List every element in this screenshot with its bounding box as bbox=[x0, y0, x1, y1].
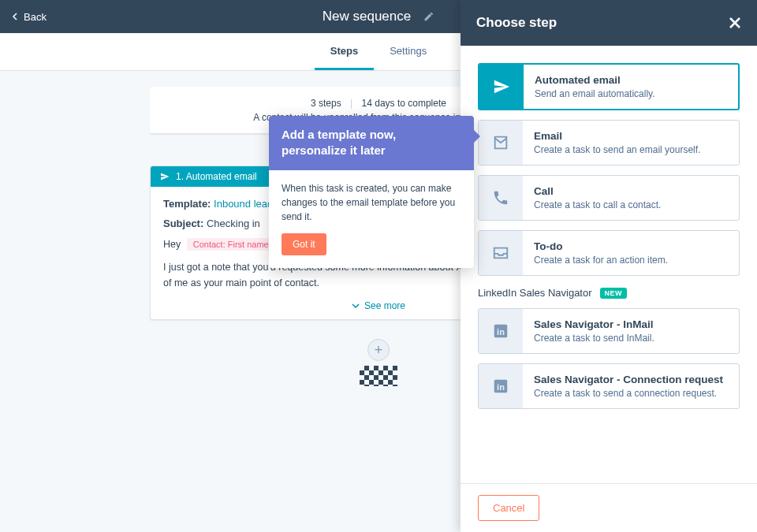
summary-line1: 3 steps | 14 days to complete bbox=[311, 98, 446, 109]
linkedin-section-label: LinkedIn Sales Navigator NEW bbox=[478, 287, 740, 299]
envelope-icon bbox=[479, 121, 523, 165]
popover-body: When this task is created, you can make … bbox=[269, 170, 474, 268]
greeting-text: Hey bbox=[163, 239, 181, 250]
panel-header: Choose step bbox=[461, 0, 757, 46]
option-email[interactable]: Email Create a task to send an email you… bbox=[478, 120, 740, 166]
summary-days: 14 days to complete bbox=[362, 98, 446, 109]
option-text: Sales Navigator - InMail Create a task t… bbox=[523, 309, 666, 353]
template-label: Template: bbox=[163, 198, 211, 210]
option-call[interactable]: Call Create a task to call a contact. bbox=[478, 175, 740, 221]
inbox-icon bbox=[479, 231, 523, 275]
new-badge: NEW bbox=[600, 288, 628, 299]
panel-footer: Cancel bbox=[461, 483, 757, 532]
finish-flag-icon bbox=[360, 366, 397, 386]
option-subtitle: Create a task for an action item. bbox=[534, 255, 668, 266]
linkedin-label-text: LinkedIn Sales Navigator bbox=[478, 287, 592, 299]
tab-settings-label: Settings bbox=[390, 45, 427, 57]
paper-plane-icon bbox=[479, 65, 524, 109]
separator: | bbox=[350, 98, 352, 109]
option-title: Email bbox=[534, 130, 700, 142]
pencil-icon[interactable] bbox=[423, 11, 434, 22]
back-label: Back bbox=[24, 11, 47, 23]
summary-steps: 3 steps bbox=[311, 98, 341, 109]
option-text: Email Create a task to send an email you… bbox=[523, 121, 711, 165]
linkedin-icon: in bbox=[479, 309, 523, 353]
tab-settings[interactable]: Settings bbox=[374, 33, 442, 70]
see-more-label: See more bbox=[364, 300, 405, 311]
svg-text:in: in bbox=[497, 327, 505, 337]
choose-step-panel: Choose step Automated email Send an emai… bbox=[461, 0, 757, 532]
option-title: To-do bbox=[534, 240, 668, 252]
panel-body: Automated email Send an email automatica… bbox=[461, 46, 757, 483]
option-title: Sales Navigator - InMail bbox=[534, 318, 654, 330]
option-automated-email[interactable]: Automated email Send an email automatica… bbox=[478, 63, 740, 110]
tab-steps-label: Steps bbox=[330, 45, 358, 57]
option-subtitle: Send an email automatically. bbox=[535, 88, 655, 99]
close-icon bbox=[729, 17, 741, 29]
chevron-left-icon bbox=[11, 13, 19, 20]
title-wrap: New sequence bbox=[323, 9, 434, 24]
option-title: Automated email bbox=[535, 74, 655, 86]
add-step-button[interactable]: + bbox=[367, 339, 390, 361]
linkedin-icon: in bbox=[479, 364, 523, 408]
sequence-title: New sequence bbox=[323, 9, 411, 24]
subject-value: Checking in bbox=[207, 218, 260, 229]
cancel-button[interactable]: Cancel bbox=[478, 495, 539, 521]
option-subtitle: Create a task to call a contact. bbox=[534, 199, 661, 210]
popover-title: Add a template now, personalize it later bbox=[282, 128, 396, 157]
option-title: Sales Navigator - Connection request bbox=[534, 374, 723, 385]
option-subtitle: Create a task to send an email yourself. bbox=[534, 144, 700, 155]
popover-text: When this task is created, you can make … bbox=[282, 181, 461, 224]
panel-title: Choose step bbox=[476, 15, 557, 31]
option-todo[interactable]: To-do Create a task for an action item. bbox=[478, 230, 740, 276]
option-title: Call bbox=[534, 185, 661, 197]
popover-header: Add a template now, personalize it later bbox=[269, 116, 474, 170]
subject-label: Subject: bbox=[163, 218, 203, 229]
chevron-down-icon bbox=[352, 302, 360, 310]
popover-gotit-button[interactable]: Got it bbox=[282, 233, 326, 255]
option-text: Call Create a task to call a contact. bbox=[523, 176, 672, 220]
paper-plane-icon bbox=[160, 172, 170, 181]
option-linkedin-inmail[interactable]: in Sales Navigator - InMail Create a tas… bbox=[478, 308, 740, 354]
phone-icon bbox=[479, 176, 523, 220]
option-text: Sales Navigator - Connection request Cre… bbox=[523, 364, 734, 408]
popover-arrow bbox=[474, 130, 480, 143]
template-popover: Add a template now, personalize it later… bbox=[269, 116, 474, 268]
option-linkedin-connection[interactable]: in Sales Navigator - Connection request … bbox=[478, 363, 740, 409]
svg-text:in: in bbox=[497, 382, 505, 392]
option-text: To-do Create a task for an action item. bbox=[523, 231, 679, 275]
back-button[interactable]: Back bbox=[11, 11, 47, 23]
step-card-title: 1. Automated email bbox=[176, 171, 257, 182]
close-panel-button[interactable] bbox=[729, 17, 741, 29]
option-text: Automated email Send an email automatica… bbox=[524, 65, 666, 109]
option-subtitle: Create a task to send InMail. bbox=[534, 333, 654, 344]
option-subtitle: Create a task to send a connection reque… bbox=[534, 388, 723, 399]
tab-steps[interactable]: Steps bbox=[315, 33, 374, 70]
personalization-token[interactable]: Contact: First name bbox=[187, 238, 275, 251]
